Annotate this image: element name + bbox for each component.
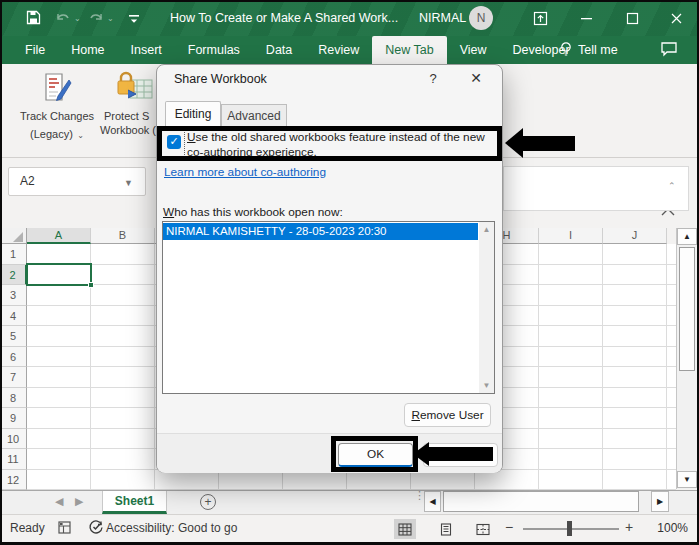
listbox-scroll-up-icon[interactable]: ▲ <box>479 222 494 237</box>
minimize-button[interactable] <box>575 8 597 28</box>
tell-me-label: Tell me <box>578 43 618 57</box>
annotation-arrow-checkbox <box>505 128 523 158</box>
row-header-6[interactable]: 6 <box>0 347 27 368</box>
ribbon-tab-formulas[interactable]: Formulas <box>175 36 253 64</box>
row-header-10[interactable]: 10 <box>0 429 27 450</box>
ribbon-tab-review[interactable]: Review <box>305 36 372 64</box>
annotation-rectangle-ok <box>331 436 418 472</box>
listbox-item[interactable]: NIRMAL KAMISHETTY - 28-05-2023 20:30 <box>163 223 478 240</box>
protect-workbook-icon <box>116 70 154 110</box>
remove-user-button[interactable]: Remove User <box>404 403 491 427</box>
sheet-nav-right-icon[interactable]: ▶ <box>75 495 83 508</box>
annotation-arrow-ok <box>413 442 429 466</box>
window-title: How To Create or Make A Shared Work... <box>170 0 398 36</box>
fill-handle[interactable] <box>88 282 94 288</box>
row-header-8[interactable]: 8 <box>0 388 27 409</box>
macro-record-icon[interactable] <box>57 520 72 539</box>
excel-window: ⌄ ⌄ How To Create or Make A Shared Work.… <box>0 0 699 545</box>
caret-down-icon: ⌄ <box>77 131 84 140</box>
accessibility-status[interactable]: Accessibility: Good to go <box>106 521 237 535</box>
redo-icon[interactable] <box>88 10 104 29</box>
customize-quick-access-toolbar-icon[interactable] <box>128 12 140 30</box>
annotation-arrow-checkbox-body <box>522 136 575 151</box>
vertical-scrollbar-thumb[interactable] <box>679 247 695 371</box>
annotation-rectangle-checkbox <box>157 126 502 161</box>
ribbon-tab-data[interactable]: Data <box>253 36 305 64</box>
dialog-close-button[interactable]: ✕ <box>465 70 487 86</box>
row-header-3[interactable]: 3 <box>0 285 27 306</box>
ribbon-tab-new-tab[interactable]: New Tab <box>372 36 446 64</box>
ribbon-tab-row: FileHomeInsertFormulasDataReviewNew TabV… <box>0 36 699 64</box>
column-header-B[interactable]: B <box>91 228 155 244</box>
column-header-A[interactable]: A <box>27 228 91 244</box>
name-box-dropdown-icon[interactable]: ▼ <box>124 178 133 188</box>
ribbon-tabs: FileHomeInsertFormulasDataReviewNew TabV… <box>12 36 583 64</box>
listbox-scrollbar[interactable]: ▲ ▼ <box>479 222 494 393</box>
selected-cell-A2[interactable] <box>26 263 92 286</box>
row-header-2[interactable]: 2 <box>0 265 27 286</box>
ribbon-tab-file[interactable]: File <box>12 36 58 64</box>
learn-more-link[interactable]: Learn more about co-authoring <box>164 165 326 179</box>
zoom-out-button[interactable]: − <box>505 519 513 535</box>
ribbon-tab-insert[interactable]: Insert <box>118 36 175 64</box>
formula-bar-expand-icon[interactable]: ⌃ <box>668 181 676 191</box>
ribbon-tab-home[interactable]: Home <box>58 36 117 64</box>
tab-advanced[interactable]: Advanced <box>221 104 287 127</box>
zoom-level[interactable]: 100% <box>648 521 688 535</box>
save-icon[interactable] <box>26 10 41 29</box>
page-break-preview-icon[interactable] <box>472 519 494 539</box>
sheet-tab-sheet1[interactable]: Sheet1 <box>102 491 167 514</box>
close-button[interactable] <box>665 8 687 28</box>
undo-icon[interactable] <box>55 10 71 29</box>
track-changes-icon <box>42 72 72 110</box>
maximize-button[interactable] <box>621 8 643 28</box>
lightbulb-icon <box>560 41 572 60</box>
row-header-9[interactable]: 9 <box>0 408 27 429</box>
row-header-5[interactable]: 5 <box>0 326 27 347</box>
column-header-I[interactable]: I <box>539 228 603 244</box>
splitter-dots-icon[interactable]: ⋮ <box>414 492 422 499</box>
track-changes-label-2: (Legacy) <box>30 128 73 140</box>
sheet-nav-left-icon[interactable]: ◀ <box>55 495 63 508</box>
track-changes-button[interactable]: Track Changes (Legacy) ⌄ <box>14 68 100 154</box>
normal-view-icon[interactable] <box>394 519 416 539</box>
tab-editing[interactable]: Editing <box>165 101 221 127</box>
title-bar: ⌄ ⌄ How To Create or Make A Shared Work.… <box>0 0 699 36</box>
status-mode: Ready <box>10 521 45 535</box>
dialog-help-button[interactable]: ? <box>423 71 443 86</box>
undo-dropdown-icon[interactable]: ⌄ <box>74 14 81 23</box>
avatar[interactable]: N <box>469 6 493 30</box>
scroll-right-icon[interactable]: ▶ <box>651 491 669 512</box>
ribbon-tab-view[interactable]: View <box>447 36 500 64</box>
listbox-scroll-down-icon[interactable]: ▼ <box>479 378 494 393</box>
scroll-up-icon[interactable]: ▲ <box>677 228 697 245</box>
row-header-11[interactable]: 11 <box>0 449 27 470</box>
scroll-down-icon[interactable]: ▼ <box>677 471 697 488</box>
list-label: Who has this workbook open now: <box>163 205 343 219</box>
zoom-in-button[interactable]: + <box>625 519 633 535</box>
users-listbox[interactable]: NIRMAL KAMISHETTY - 28-05-2023 20:30 ▲ ▼ <box>162 221 495 394</box>
select-all-triangle-icon <box>13 232 23 242</box>
page-layout-view-icon[interactable] <box>435 519 457 539</box>
new-sheet-button[interactable]: + <box>200 494 216 510</box>
track-changes-label: Track Changes <box>14 110 100 123</box>
comments-icon[interactable] <box>660 41 678 61</box>
column-header-J[interactable]: J <box>603 228 667 244</box>
row-header-7[interactable]: 7 <box>0 367 27 388</box>
account-name[interactable]: NIRMAL <box>419 0 466 36</box>
tell-me-box[interactable]: Tell me <box>560 36 618 64</box>
annotation-arrow-ok-body <box>429 447 493 461</box>
zoom-slider-handle[interactable] <box>567 521 572 536</box>
horizontal-scrollbar-thumb[interactable] <box>443 491 639 512</box>
row-header-1[interactable]: 1 <box>0 244 27 265</box>
scroll-left-icon[interactable]: ◀ <box>424 491 441 512</box>
dialog-title: Share Workbook <box>174 72 267 86</box>
formula-bar[interactable] <box>503 166 689 211</box>
redo-dropdown-icon[interactable]: ⌄ <box>107 14 114 23</box>
accessibility-icon[interactable] <box>88 519 104 539</box>
row-header-4[interactable]: 4 <box>0 306 27 327</box>
ribbon-display-options-button[interactable] <box>529 8 551 28</box>
row-header-12[interactable]: 12 <box>0 470 27 491</box>
